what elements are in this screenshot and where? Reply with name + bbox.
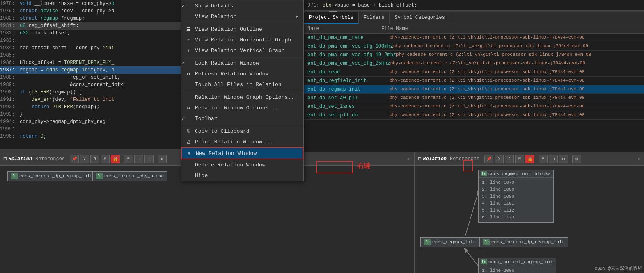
- close-btn-right[interactable]: ✕: [638, 156, 641, 162]
- relation-icon-left: ⊟: [3, 155, 7, 162]
- toolbar-btn-r5-active[interactable]: 🔒: [525, 155, 534, 163]
- toolbar-btn-r3[interactable]: R: [505, 155, 514, 163]
- toolbar-btn-r7[interactable]: ⊟: [549, 155, 558, 163]
- symbol-row[interactable]: ent_dp_pma_cmn_vco_cfg_19_2mhz phy-caden…: [304, 51, 644, 59]
- toolbar-btn-r-gear[interactable]: ⚙: [572, 155, 581, 163]
- toolbar-btn-4[interactable]: ⎘: [101, 155, 110, 163]
- line-number: 971:: [307, 2, 319, 8]
- code-line: 1994: cdns_phy->regmap_dptx_phy_reg =: [0, 118, 181, 125]
- menu-separator: [181, 23, 303, 23]
- toolbar-btn-r6[interactable]: ≡: [539, 155, 548, 163]
- tab-project-symbols[interactable]: Project Symbols: [304, 12, 359, 24]
- toolbar-btn-r8[interactable]: ⊡: [559, 155, 568, 163]
- menu-label: Delete Relation Window: [195, 162, 298, 168]
- symbol-row[interactable]: ent_dp_set_lanes phy-cadence-torrent.c (…: [304, 102, 644, 111]
- menu-item-relation-graph-options[interactable]: Relation Window Graph Options...: [181, 92, 303, 102]
- code-line: 1988: reg_offset_shift,: [0, 74, 181, 81]
- code-editor: 1978: void __iomem *base = cdns_phy->b 1…: [0, 0, 181, 152]
- menu-label: Lock Relation Window: [195, 60, 298, 66]
- toolbar-btn-r1[interactable]: 📌: [484, 155, 493, 163]
- menu-item-view-relation-vertical[interactable]: ⬍ View Relation Vertical Graph: [181, 45, 303, 56]
- rnode-regmap-init-blocks[interactable]: fn cdns_regmap_init_blocks 1. line 1070 …: [478, 170, 554, 223]
- rnode-lines-4: 1. line 2005 2. line 2016 3. line 2027: [479, 266, 556, 273]
- toolbar-btn-r4[interactable]: ⎘: [515, 155, 524, 163]
- menu-label: Toolbar: [195, 116, 298, 122]
- menu-item-relation-options[interactable]: ⚙ Relation Window Options...: [181, 102, 303, 113]
- spacer-icon: [184, 94, 193, 100]
- menu-item-view-relation-outline[interactable]: ☰ View Relation Outline: [181, 24, 303, 34]
- menu-item-hide[interactable]: Hide: [181, 170, 303, 181]
- menu-label: View Relation Outline: [195, 26, 298, 32]
- rnode-regmap-init[interactable]: fn cdns_regmap_init: [420, 237, 479, 247]
- menu-item-new-relation-window[interactable]: ⊞ New Relation Window: [181, 147, 303, 159]
- menu-label: Hide: [195, 173, 298, 179]
- rnode-label-4: cdns_torrent_regmap_init: [488, 259, 553, 264]
- rnode-icon-4: fn: [481, 259, 487, 264]
- svg-arrows-left: [0, 166, 414, 273]
- chinese-label-right-click: 右键: [357, 162, 370, 171]
- menu-item-show-details[interactable]: Show Details: [181, 0, 303, 11]
- toolbar-btn-8[interactable]: ⊡: [144, 155, 154, 163]
- menu-item-refresh-relation[interactable]: ↻ Refresh Relation Window: [181, 68, 303, 79]
- code-snippet-bar: 971: ctx->base = base + block_offset;: [304, 0, 644, 11]
- horizontal-graph-icon: ⬌: [184, 36, 193, 43]
- relation-canvas-right: fn cdns_regmap_init_blocks 1. line 1070 …: [415, 166, 644, 273]
- menu-item-view-relation-horizontal[interactable]: ⬌ View Relation Horizontal Graph: [181, 34, 303, 45]
- menu-separator: [181, 125, 303, 125]
- symbol-panel: 971: ctx->base = base + block_offset; Pr…: [304, 0, 644, 152]
- menu-item-print-relation[interactable]: 🖨 Print Relation Window...: [181, 136, 303, 147]
- spacer-icon: [184, 115, 193, 122]
- rel-node-1[interactable]: fn cdns_torrent_dp_regmap_init: [7, 171, 96, 181]
- menu-item-view-relation[interactable]: View Relation ▶: [181, 11, 303, 22]
- toolbar-btn-7[interactable]: ⊟: [134, 155, 143, 163]
- toolbar-btn-1[interactable]: 📌: [70, 155, 79, 163]
- outline-icon: ☰: [184, 26, 193, 32]
- symbol-row[interactable]: ent_dp_set_pll_en phy-cadence-torrent.c …: [304, 111, 644, 120]
- code-line: 1981: u8 reg_offset_shift;: [0, 22, 181, 30]
- tab-symbol-categories[interactable]: Symbol Categories: [390, 12, 450, 24]
- toolbar-btn-2[interactable]: ?: [80, 155, 89, 163]
- close-btn-left[interactable]: ✕: [408, 156, 411, 162]
- gear-icon: ⚙: [184, 105, 193, 111]
- symbol-row[interactable]: ent_dp_pma_cmn_vco_cfg_25mhz phy-cadence…: [304, 59, 644, 68]
- menu-item-toolbar[interactable]: Toolbar: [181, 113, 303, 124]
- spacer-icon: [184, 13, 193, 20]
- toolbar-btn-3[interactable]: R: [90, 155, 99, 163]
- watermark: CSDN @来自深渊的猩猩: [594, 265, 642, 271]
- code-line: 1993: }: [0, 111, 181, 118]
- code-line: 1987: regmap = cdns_regmap_init(dev, b: [0, 66, 181, 74]
- rnode-torrent-dp-regmap-init[interactable]: fn cdns_torrent_dp_regmap_init: [479, 237, 568, 247]
- symbol-row-active[interactable]: ent_dp_regmap_init phy-cadence-torrent.c…: [304, 85, 644, 94]
- symbol-row[interactable]: ent_dp_set_a0_pll phy-cadence-torrent.c …: [304, 94, 644, 102]
- tab-folders[interactable]: Folders: [359, 12, 390, 24]
- rnode-torrent-regmap-init[interactable]: fn cdns_torrent_regmap_init 1. line 2005…: [478, 258, 556, 273]
- relation-panel-right: ⊟ Relation References 📌 ? R ⎘ 🔒 ≡ ⊟ ⊡ ⚙ …: [415, 152, 644, 273]
- relation-header-right: ⊟ Relation References 📌 ? R ⎘ 🔒 ≡ ⊟ ⊡ ⚙ …: [415, 152, 644, 166]
- relation-toolbar-left: 📌 ? R ⎘ 🔒 ≡ ⊟ ⊡ ⚙: [70, 155, 167, 163]
- menu-label: View Relation Vertical Graph: [195, 48, 298, 54]
- code-line: 1986: block_offset = TORRENT_DPTX_PHY_: [0, 59, 181, 66]
- code-line: 1982: u32 block_offset;: [0, 30, 181, 37]
- menu-item-touch-all-files[interactable]: Touch All Files in Relation: [181, 79, 303, 90]
- menu-separator: [181, 91, 303, 91]
- new-window-icon: ⊞: [185, 150, 193, 157]
- symbol-row[interactable]: ent_dp_read phy-cadence-torrent.c (Z:\ti…: [304, 68, 644, 77]
- menu-item-lock-relation[interactable]: Lock Relation Window: [181, 58, 303, 68]
- rnode-label: cdns_regmap_init_blocks: [488, 171, 551, 176]
- menu-item-copy-clipboard[interactable]: ⎘ Copy to Clipboard: [181, 126, 303, 136]
- menu-item-delete-relation[interactable]: Delete Relation Window: [181, 159, 303, 170]
- spacer-icon: [184, 60, 193, 66]
- symbol-row[interactable]: ent_dp_pma_cmn_vco_cfg_100mhz phy-cadenc…: [304, 42, 644, 51]
- svg-line-3: [463, 188, 479, 243]
- spacer-icon: [184, 162, 193, 168]
- code-line: 1989: &cdns_torrent_dptx: [0, 81, 181, 89]
- symbol-row[interactable]: ent_dp_regfield_init phy-cadence-torrent…: [304, 77, 644, 85]
- toolbar-btn-6[interactable]: ≡: [124, 155, 133, 163]
- rnode-label-2: cdns_regmap_init: [432, 240, 476, 245]
- symbol-row[interactable]: ent_dp_pma_cmn_rate phy-cadence-torrent.…: [304, 34, 644, 42]
- toolbar-btn-5-active[interactable]: 🔒: [111, 155, 120, 163]
- refresh-icon: ↻: [184, 71, 193, 77]
- toolbar-btn-gear[interactable]: ⚙: [158, 155, 167, 163]
- toolbar-btn-r2[interactable]: ?: [495, 155, 504, 163]
- rel-node-2[interactable]: fn cdns_torrent_phy_probe: [92, 171, 167, 181]
